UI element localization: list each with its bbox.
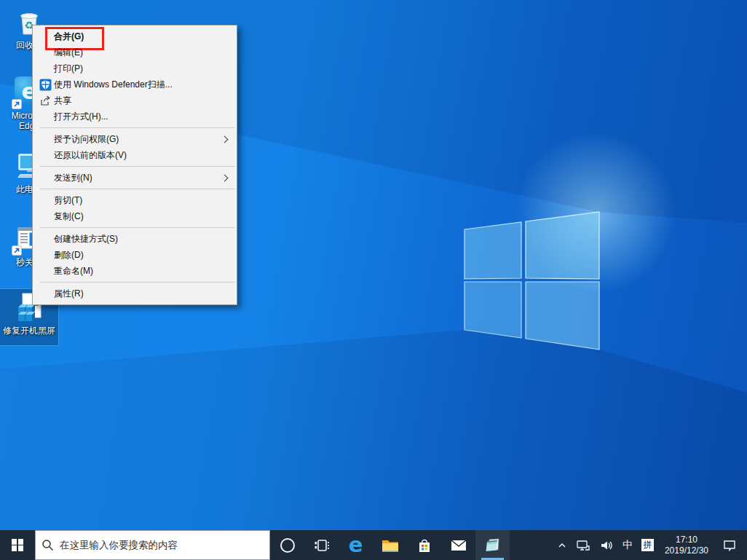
search-icon [42, 539, 54, 551]
menu-item[interactable]: 复制(C) [33, 208, 237, 224]
menu-item[interactable]: 共享 [33, 92, 237, 109]
share-icon [39, 95, 52, 107]
menu-item-icon [37, 79, 54, 91]
taskbar-spacer [510, 530, 553, 560]
menu-item-label: 合并(G) [54, 31, 237, 43]
submenu-arrow-icon [221, 174, 229, 181]
taskbar-search[interactable] [35, 530, 270, 560]
menu-separator [40, 127, 235, 128]
menu-item[interactable]: 打开方式(H)... [33, 109, 237, 125]
windows-defender-icon [39, 79, 52, 91]
taskbar-mail-button[interactable] [441, 530, 475, 560]
taskbar-file-explorer-button[interactable] [373, 530, 407, 560]
tray-volume[interactable] [595, 530, 618, 560]
menu-item[interactable]: 剪切(T) [33, 192, 237, 208]
menu-item[interactable]: 发送到(N) [33, 170, 237, 186]
menu-item[interactable]: 使用 Windows Defender扫描... [33, 76, 237, 92]
menu-item-label: 打开方式(H)... [54, 111, 237, 123]
tray-show-hidden-icons[interactable] [553, 530, 572, 560]
menu-item-label: 复制(C) [54, 210, 237, 223]
menu-item[interactable]: 还原以前的版本(V) [33, 147, 237, 163]
start-button[interactable] [0, 530, 35, 560]
tray-ime-mode[interactable]: 拼 [637, 530, 658, 560]
taskbar: e [0, 530, 747, 560]
menu-item-label: 共享 [54, 95, 237, 107]
search-input[interactable] [60, 540, 264, 551]
menu-item-label: 创建快捷方式(S) [54, 233, 237, 245]
clock-time: 17:10 [676, 535, 697, 545]
tray-network[interactable] [572, 530, 595, 560]
menu-item-label: 打印(P) [54, 63, 237, 75]
taskbar-notepad-button[interactable] [475, 530, 510, 560]
menu-item[interactable]: 合并(G) [33, 28, 237, 44]
cortana-icon [279, 537, 296, 554]
tray-action-center[interactable] [715, 530, 747, 560]
menu-item-label: 使用 Windows Defender扫描... [54, 79, 237, 91]
volume-icon [599, 538, 614, 553]
menu-separator [40, 166, 235, 167]
menu-item[interactable]: 编辑(E) [33, 44, 237, 60]
shortcut-arrow-icon [12, 99, 22, 109]
submenu-arrow-icon [221, 135, 229, 143]
mail-icon [449, 536, 468, 555]
system-tray: 中 拼 17:10 2019/12/30 [553, 530, 747, 560]
taskbar-edge-button[interactable]: e [339, 530, 373, 560]
store-icon [416, 537, 433, 554]
windows-start-icon [12, 539, 24, 551]
tray-ime-language[interactable]: 中 [618, 530, 637, 560]
edge-icon: e [349, 535, 363, 556]
desktop-icon-label: 修复开机黑屏 [0, 326, 58, 336]
menu-separator [40, 282, 235, 283]
menu-item-icon [37, 95, 54, 107]
menu-item-label: 属性(R) [54, 288, 237, 300]
context-menu: 合并(G) 编辑(E) 打印(P) 使用 Windows Defender扫描.… [32, 25, 237, 305]
taskbar-task-view-button[interactable] [304, 530, 339, 560]
network-icon [576, 538, 590, 553]
tray-clock[interactable]: 17:10 2019/12/30 [658, 530, 715, 560]
shortcut-arrow-icon [12, 245, 22, 256]
notepad-icon [483, 536, 502, 555]
menu-item[interactable]: 删除(D) [33, 247, 237, 263]
menu-item-label: 授予访问权限(G) [54, 133, 222, 146]
menu-item[interactable]: 属性(R) [33, 285, 237, 301]
menu-item[interactable]: 创建快捷方式(S) [33, 231, 237, 247]
menu-item[interactable]: 授予访问权限(G) [33, 131, 237, 147]
menu-separator [40, 227, 235, 228]
menu-separator [40, 189, 235, 189]
clock-date: 2019/12/30 [665, 545, 708, 556]
ime-mode-badge: 拼 [641, 539, 654, 551]
file-explorer-icon [381, 536, 400, 555]
taskbar-store-button[interactable] [407, 530, 441, 560]
menu-item-label: 编辑(E) [54, 47, 237, 59]
notification-icon [722, 538, 737, 553]
menu-item-label: 重命名(M) [54, 265, 237, 277]
menu-item-label: 删除(D) [54, 249, 237, 261]
chevron-up-icon [557, 540, 567, 551]
taskbar-cortana-button[interactable] [270, 530, 304, 560]
menu-item[interactable]: 打印(P) [33, 60, 237, 76]
screen: ♻ 回收站 e Microsoft Edge 此电脑 [0, 0, 747, 560]
menu-item[interactable]: 重命名(M) [33, 263, 237, 279]
menu-item-label: 发送到(N) [54, 172, 222, 184]
menu-item-label: 还原以前的版本(V) [54, 149, 237, 162]
menu-item-label: 剪切(T) [54, 194, 237, 207]
task-view-icon [313, 537, 331, 554]
windows-logo [459, 204, 604, 357]
